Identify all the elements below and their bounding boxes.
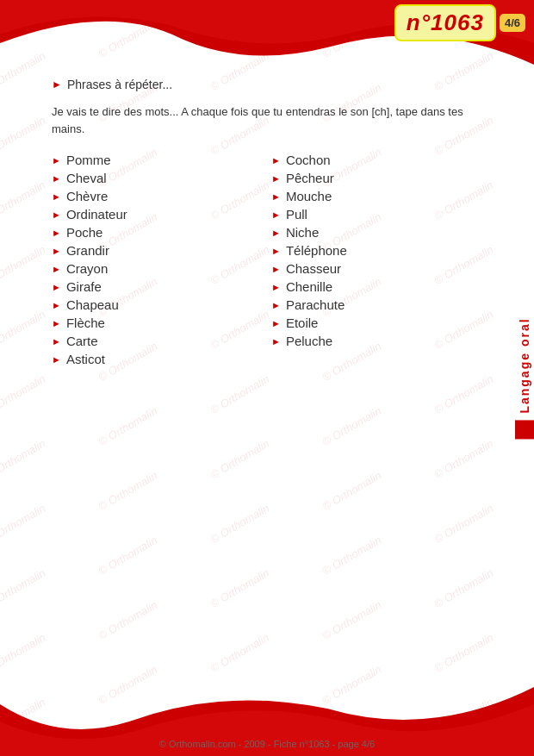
instruction-text: Je vais te dire des mots... A chaque foi… <box>52 103 474 137</box>
list-item: ►Chenille <box>271 279 474 294</box>
list-item: ►Chapeau <box>52 297 254 312</box>
footer: © Orthomalin.com - 2009 - Fiche n°1063 -… <box>0 739 534 749</box>
word-arrow-icon: ► <box>271 191 281 202</box>
word-text: Cochon <box>286 153 331 167</box>
word-text: Carte <box>66 334 98 348</box>
word-arrow-icon: ► <box>271 282 281 292</box>
word-arrow-icon: ► <box>52 336 61 347</box>
word-arrow-icon: ► <box>52 264 61 274</box>
list-item: ►Etoile <box>271 316 474 330</box>
list-item: ►Pomme <box>52 153 254 167</box>
word-text: Pêcheur <box>286 171 334 185</box>
word-arrow-icon: ► <box>52 300 61 310</box>
section-arrow-icon: ► <box>52 78 62 91</box>
word-text: Cheval <box>66 171 107 185</box>
section-title-text: Phrases à répéter... <box>67 78 172 91</box>
word-arrow-icon: ► <box>52 155 61 166</box>
list-item: ►Chèvre <box>52 189 254 203</box>
word-arrow-icon: ► <box>52 318 61 328</box>
word-text: Ordinateur <box>66 207 127 222</box>
word-arrow-icon: ► <box>52 282 61 292</box>
list-item: ►Téléphone <box>271 243 474 258</box>
word-text: Chenille <box>286 279 332 294</box>
list-item: ►Poche <box>52 225 254 240</box>
section-title: ► Phrases à répéter... <box>52 78 474 91</box>
word-arrow-icon: ► <box>271 318 281 328</box>
list-item: ►Grandir <box>52 243 254 258</box>
word-text: Etoile <box>286 316 319 330</box>
word-arrow-icon: ► <box>52 246 61 256</box>
word-text: Girafe <box>66 279 102 294</box>
word-text: Chèvre <box>66 189 108 203</box>
word-text: Pomme <box>66 153 111 167</box>
word-text: Téléphone <box>286 243 347 258</box>
word-arrow-icon: ► <box>271 246 281 256</box>
word-text: Flèche <box>66 316 105 330</box>
word-text: Grandir <box>66 243 109 258</box>
word-arrow-icon: ► <box>52 191 61 202</box>
list-item: ►Crayon <box>52 261 254 276</box>
list-item: ►Ordinateur <box>52 207 254 222</box>
word-text: Crayon <box>66 261 108 276</box>
list-item: ►Pull <box>271 207 474 222</box>
word-arrow-icon: ► <box>271 264 281 274</box>
side-label-square <box>515 420 534 439</box>
main-content: ► Phrases à répéter... Je vais te dire d… <box>0 65 508 687</box>
word-text: Chasseur <box>286 261 341 276</box>
word-text: Asticot <box>66 352 105 366</box>
list-item: ►Pêcheur <box>271 171 474 185</box>
word-arrow-icon: ► <box>271 300 281 310</box>
list-item: ►Mouche <box>271 189 474 203</box>
word-arrow-icon: ► <box>52 228 61 238</box>
word-text: Peluche <box>286 334 332 348</box>
list-item: ►Girafe <box>52 279 254 294</box>
side-label: Langage oral <box>515 317 534 439</box>
list-item: ►Parachute <box>271 297 474 312</box>
badge-container: n°1063 4/6 <box>394 4 525 41</box>
badge-number: n°1063 <box>394 4 496 41</box>
word-arrow-icon: ► <box>52 173 61 184</box>
word-arrow-icon: ► <box>271 173 281 184</box>
list-item: ►Niche <box>271 225 474 240</box>
word-arrow-icon: ► <box>271 155 281 166</box>
word-text: Pull <box>286 207 307 222</box>
list-item: ►Peluche <box>271 334 474 348</box>
badge-page: 4/6 <box>500 14 525 32</box>
list-item: ►Flèche <box>52 316 254 330</box>
word-text: Chapeau <box>66 297 119 312</box>
word-arrow-icon: ► <box>52 209 61 220</box>
list-item: ►Carte <box>52 334 254 348</box>
word-text: Niche <box>286 225 319 240</box>
side-label-text: Langage oral <box>518 317 531 413</box>
list-item: ►Chasseur <box>271 261 474 276</box>
word-arrow-icon: ► <box>271 228 281 238</box>
word-arrow-icon: ► <box>271 336 281 347</box>
word-arrow-icon: ► <box>271 209 281 220</box>
word-text: Poche <box>66 225 103 240</box>
word-text: Mouche <box>286 189 332 203</box>
word-text: Parachute <box>286 297 345 312</box>
word-list: ►Pomme►Cheval►Chèvre►Ordinateur►Poche►Gr… <box>52 153 474 366</box>
list-item: ►Cochon <box>271 153 474 167</box>
list-item: ►Asticot <box>52 352 254 366</box>
word-arrow-icon: ► <box>52 354 61 365</box>
list-item: ►Cheval <box>52 171 254 185</box>
footer-text: © Orthomalin.com - 2009 - Fiche n°1063 -… <box>159 739 375 749</box>
